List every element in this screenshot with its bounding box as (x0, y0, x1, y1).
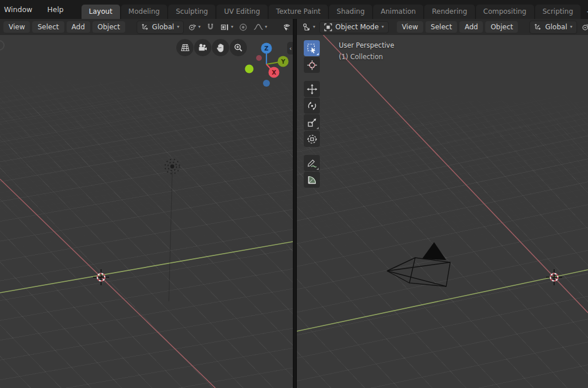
menu-select[interactable]: Select (32, 21, 64, 33)
light-object (165, 160, 180, 302)
tab-texture-paint[interactable]: Texture Paint (269, 5, 328, 19)
tab-layout[interactable]: Layout (82, 5, 120, 19)
workspace-tabs: Layout Modeling Sculpting UV Editing Tex… (82, 5, 588, 19)
pivot-point-dropdown[interactable]: ▾ (186, 21, 202, 33)
orientation-label: Global (152, 23, 174, 31)
chevron-down-icon: ▾ (265, 25, 267, 29)
pan-hand-button[interactable] (212, 39, 229, 56)
topbar: Window Help Layout Modeling Sculpting UV… (0, 0, 588, 19)
menu-window[interactable]: Window (0, 0, 40, 19)
chevron-down-icon: ▾ (198, 25, 200, 29)
tab-animation[interactable]: Animation (373, 5, 423, 19)
camera-view-button[interactable] (194, 39, 211, 56)
menu-view[interactable]: View (397, 21, 423, 33)
viewport-nav-buttons (176, 39, 247, 56)
tab-sculpting[interactable]: Sculpting (168, 5, 215, 19)
gizmo-z-label: Z (264, 45, 268, 52)
menu-object[interactable]: Object (485, 21, 518, 33)
pan-hand-icon (216, 43, 225, 53)
pivot-point-dropdown[interactable]: ▾ (579, 21, 588, 33)
transform-orientation-icon (534, 22, 542, 32)
chevron-down-icon: ▾ (177, 25, 179, 29)
editor-3d-viewport-icon (302, 23, 312, 32)
menu-add[interactable]: Add (67, 21, 90, 33)
tool-rotate[interactable] (304, 98, 320, 114)
viewport-right-canvas[interactable]: User Perspective (1) Collection (297, 35, 588, 388)
tab-compositing[interactable]: Compositing (476, 5, 534, 19)
menu-object[interactable]: Object (92, 21, 125, 33)
transform-orientation-dropdown[interactable]: Global ▾ (529, 21, 577, 34)
tool-cursor[interactable] (304, 57, 320, 73)
axis-gizmo[interactable]: Z Y X (240, 37, 293, 95)
proportional-editing-icon (239, 23, 247, 32)
orientation-label: Global (545, 23, 567, 31)
cursor-tool-icon (307, 60, 318, 71)
menu-view[interactable]: View (3, 21, 30, 33)
tab-rendering[interactable]: Rendering (424, 5, 474, 19)
tab-shading[interactable]: Shading (329, 5, 372, 19)
area-divider[interactable] (293, 19, 297, 388)
viewport-left-canvas[interactable]: Z Y X ‹ (0, 35, 293, 388)
edge-artifact (0, 41, 4, 50)
axis-y-line (0, 242, 293, 293)
snap-magnet-icon (206, 23, 215, 32)
object-visibility-icon (282, 23, 292, 32)
axis-x-line (323, 35, 588, 313)
menu-select[interactable]: Select (425, 21, 457, 33)
tool-scale[interactable] (304, 114, 320, 130)
gizmo-y-label: Y (280, 59, 285, 65)
menu-help[interactable]: Help (40, 0, 71, 19)
cone-object (387, 242, 450, 286)
view-perspective-label: User Perspective (339, 40, 394, 51)
transform-icon (307, 134, 318, 145)
transform-orientation-dropdown[interactable]: Global ▾ (137, 21, 184, 34)
snap-settings-dropdown[interactable]: ▾ (219, 22, 235, 33)
menu-add[interactable]: Add (459, 21, 483, 33)
gizmo-neg-x-dot (256, 55, 262, 61)
axis-y-line (297, 270, 588, 331)
chevron-down-icon: ▾ (570, 25, 572, 29)
viewport-left-header: View Select Add Object Global ▾ ▾ ▾ (0, 19, 293, 35)
proportional-editing-button[interactable] (237, 22, 249, 33)
mode-label: Object Mode (335, 23, 379, 31)
scene-right (297, 35, 588, 388)
tool-more-indicator (316, 127, 319, 129)
tool-transform[interactable] (304, 131, 320, 147)
axis-x-line (0, 179, 215, 388)
object-mode-icon (324, 23, 332, 32)
pivot-point-icon (581, 22, 588, 32)
chevron-down-icon: ▾ (382, 25, 384, 29)
perspective-grid-icon (180, 43, 190, 52)
falloff-dropdown[interactable]: ▾ (252, 22, 269, 32)
viewport-right: ▾ Object Mode ▾ View Select Add Object G… (297, 19, 588, 388)
tool-annotate[interactable] (304, 155, 320, 171)
mode-dropdown[interactable]: Object Mode ▾ (319, 21, 389, 33)
tool-group-gap (304, 148, 320, 155)
tool-move[interactable] (304, 81, 320, 97)
object-visibility-dropdown[interactable]: ▾ (280, 22, 293, 33)
blender-window: Window Help Layout Modeling Sculpting UV… (0, 0, 588, 388)
move-icon (307, 84, 318, 95)
pivot-point-icon (188, 22, 197, 32)
sidebar-toggle-button[interactable]: ‹ (287, 42, 293, 55)
chevron-down-icon: ▾ (231, 25, 233, 29)
tool-more-indicator (316, 53, 319, 55)
editor-type-dropdown[interactable]: ▾ (300, 22, 317, 33)
chevron-left-icon: ‹ (289, 45, 292, 52)
tab-uv-editing[interactable]: UV Editing (216, 5, 268, 19)
gizmo-neg-z-dot (263, 80, 270, 87)
gizmo-x-label: X (272, 69, 276, 76)
perspective-grid-button[interactable] (176, 39, 194, 56)
snap-toggle-button[interactable] (204, 22, 216, 33)
add-workspace-button[interactable]: + (582, 5, 588, 19)
tool-select-box[interactable] (304, 40, 320, 56)
viewport-overlay-text: User Perspective (1) Collection (339, 40, 394, 63)
tool-more-indicator (316, 168, 319, 170)
falloff-curve-icon (253, 23, 264, 31)
tool-measure[interactable] (304, 172, 320, 188)
measure-icon (307, 174, 318, 185)
tab-scripting[interactable]: Scripting (535, 5, 581, 19)
rotate-icon (307, 100, 318, 111)
tab-modeling[interactable]: Modeling (121, 5, 168, 19)
viewport-left: View Select Add Object Global ▾ ▾ ▾ (0, 19, 293, 388)
